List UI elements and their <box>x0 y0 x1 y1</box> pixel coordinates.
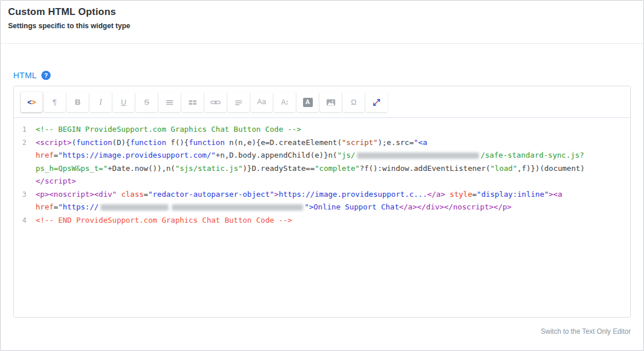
editor-toolbar: <>¶BIUSAaA↕AΩ <box>14 86 630 118</box>
strikethrough-icon: S <box>144 98 150 106</box>
code-token: <script> <box>36 138 72 147</box>
code-token: function <box>76 138 112 147</box>
strikethrough-button[interactable]: S <box>136 92 158 112</box>
code-token: = <box>144 190 148 199</box>
page-title: Custom HTML Options <box>8 6 635 18</box>
list-icon <box>165 98 174 107</box>
code-token: function <box>189 138 225 147</box>
paragraph-icon: ¶ <box>53 98 57 106</box>
italic-button[interactable]: I <box>90 92 112 112</box>
image-button[interactable] <box>320 92 342 112</box>
code-token <box>117 190 121 199</box>
code-token: n(n,e){e=D.createElement( <box>225 138 342 147</box>
code-token: style <box>450 190 472 199</box>
code-token: "https:// <box>58 203 98 211</box>
line-number: 1 <box>14 123 36 136</box>
line-number: 4 <box>14 214 36 227</box>
code-token: href <box>36 203 53 211</box>
bold-button[interactable]: B <box>67 92 89 112</box>
table-button[interactable] <box>182 92 204 112</box>
code-token: function <box>130 138 166 147</box>
special-char-button[interactable]: Ω <box>343 92 365 112</box>
code-token: <p><noscript><div" <box>36 190 117 199</box>
code-token: "redactor-autoparser-object" <box>148 190 274 199</box>
code-token: "script" <box>342 138 378 147</box>
code-token: href <box>36 151 53 159</box>
code-token: ?f():window.addEventListener( <box>360 164 490 173</box>
code-token: https://image.providesupport.c... <box>279 190 427 199</box>
text-color-button[interactable]: A <box>297 92 319 112</box>
line-height-icon: A↕ <box>281 99 288 106</box>
line-height-button[interactable]: A↕ <box>274 92 296 112</box>
code-token: </a></div></noscript></p> <box>399 203 512 211</box>
panel-header: Custom HTML Options Settings specific to… <box>1 1 643 44</box>
code-token: );e.src= <box>378 138 414 147</box>
code-token: </a> <box>427 190 445 199</box>
html-editor: <>¶BIUSAaA↕AΩ 1<!-- BEGIN ProvideSupport… <box>13 86 631 318</box>
code-token: +n,D.body.appendChild(e)}n( <box>216 151 337 159</box>
font-style-icon: Aa <box>257 98 266 106</box>
code-token: class <box>121 190 144 199</box>
code-view-button[interactable]: <> <box>21 92 43 112</box>
redacted-text <box>357 152 479 159</box>
line-number: 2 <box>14 136 36 150</box>
code-token: = <box>472 190 477 199</box>
image-icon <box>326 98 336 107</box>
bold-icon: B <box>75 98 80 106</box>
code-token: ps_h=QpsW&ps_t=" <box>36 164 108 173</box>
code-token: = <box>53 203 58 211</box>
fullscreen-expand-icon <box>372 98 381 107</box>
code-view-icon: <> <box>27 98 36 106</box>
align-icon <box>234 98 243 107</box>
html-field-label: HTML <box>13 71 37 80</box>
switch-editor-link[interactable]: Switch to the Text Only Editor <box>540 327 631 335</box>
redacted-text <box>101 204 168 211</box>
underline-button[interactable]: U <box>113 92 135 112</box>
code-token: +Date.now()),n( <box>108 164 175 173</box>
list-button[interactable] <box>159 92 181 112</box>
code-area[interactable]: 1<!-- BEGIN ProvideSupport.com Graphics … <box>14 118 630 317</box>
help-icon[interactable]: ? <box>41 71 51 80</box>
font-style-button[interactable]: Aa <box>251 92 273 112</box>
code-token: "load" <box>490 164 518 173</box>
italic-icon: I <box>99 98 102 106</box>
code-line: 2<script>(function(D){function f(){funct… <box>14 136 626 188</box>
page-subtitle: Settings specific to this widget type <box>8 22 635 30</box>
code-token: "js/ <box>337 151 355 159</box>
code-token: = <box>53 151 58 159</box>
underline-icon: U <box>121 98 126 106</box>
editor-footer: Switch to the Text Only Editor <box>13 326 631 336</box>
link-icon <box>210 98 221 107</box>
redacted-text <box>172 204 303 211</box>
code-token: </script> <box>36 177 76 185</box>
table-icon <box>188 98 197 107</box>
link-button[interactable] <box>205 92 227 112</box>
text-color-icon: A <box>303 98 313 107</box>
code-token: Online Support Chat <box>313 203 399 211</box>
paragraph-button[interactable]: ¶ <box>44 92 66 112</box>
fullscreen-button[interactable] <box>366 92 388 112</box>
code-token: ><a <box>549 190 562 199</box>
code-token: ,f)})(document) <box>518 164 585 173</box>
code-token: <!-- BEGIN ProvideSupport.com Graphics C… <box>36 125 301 133</box>
code-token: (D){ <box>112 138 130 147</box>
code-token: "https://image.providesupport.com/" <box>58 151 216 159</box>
code-line: 1<!-- BEGIN ProvideSupport.com Graphics … <box>14 123 626 136</box>
code-token: "sjs/static.js" <box>175 164 243 173</box>
code-token: "complete" <box>315 164 359 173</box>
html-field-label-row: HTML ? <box>13 71 631 80</box>
code-token: f(){ <box>166 138 189 147</box>
code-token: "> <box>305 203 314 211</box>
code-token: > <box>274 190 279 199</box>
code-token: "display:inline" <box>477 190 549 199</box>
line-number: 3 <box>14 188 36 201</box>
panel-body: HTML ? <>¶BIUSAaA↕AΩ 1<!-- BEGIN Provide… <box>1 44 643 336</box>
code-token: /safe-standard-sync.js? <box>481 151 584 159</box>
code-token: )}D.readyState== <box>243 164 315 173</box>
special-char-icon: Ω <box>351 98 356 106</box>
code-line: 4<!-- END ProvideSupport.com Graphics Ch… <box>14 214 626 227</box>
code-token: <!-- END ProvideSupport.com Graphics Cha… <box>36 216 292 224</box>
code-token <box>445 190 450 199</box>
align-button[interactable] <box>228 92 250 112</box>
code-token: "<a <box>414 138 427 147</box>
